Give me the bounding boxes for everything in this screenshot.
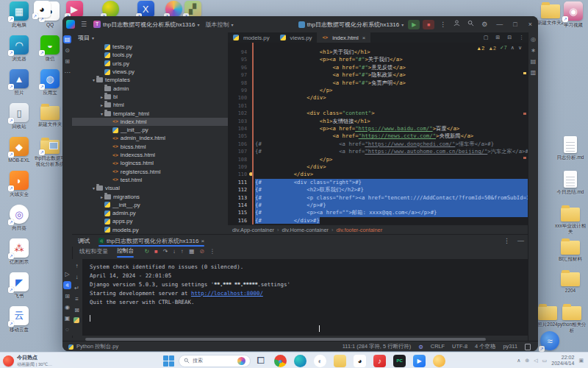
code-line-102[interactable]: 102 <div class="content"> (228, 110, 528, 117)
code-line-112[interactable]: 112{# <h2>联系我们</h2>#} (228, 186, 528, 194)
more-actions-button[interactable]: ⋮ (436, 16, 450, 32)
project-widget[interactable]: T thp日志数据可视化分析系统hx1316 ▾ (90, 21, 202, 29)
run-tool-icon[interactable]: ▷ (63, 270, 71, 278)
code-line-105[interactable]: 105 <a href="https://news.cctv.com/">央视新… (228, 132, 528, 140)
notifications-bell-icon[interactable]: ◎ (529, 35, 537, 43)
desktop-icon-亿图图示[interactable]: ⁂↗亿图图示 (3, 238, 35, 265)
step-over-icon[interactable]: ↷ (163, 248, 168, 255)
ai-assistant-icon[interactable]: ∗ (529, 46, 537, 54)
statusbar-item-CRLF[interactable]: CRLF (431, 343, 445, 350)
code-line-98[interactable]: 98 <a href="#">免责声明</a> (228, 79, 528, 87)
tree-item-html[interactable]: ▸html (72, 101, 228, 109)
taskbar-disk-icon[interactable] (429, 355, 449, 367)
desktop-icon-right-4[interactable]: xxx毕业设计相关 (554, 205, 587, 234)
tray-network-icon[interactable]: ⊕ (525, 358, 529, 364)
readonly-lock-icon[interactable] (525, 344, 531, 350)
problems-tool-icon[interactable]: ◉ (63, 303, 71, 311)
tree-item-indexcss.html[interactable]: <>indexcss.html (72, 151, 228, 159)
tab-console[interactable]: 控制台 (117, 247, 134, 256)
desktop-icon-thunder[interactable]: X↗ (136, 1, 155, 18)
main-menu-button[interactable]: ☰ (77, 16, 90, 32)
code-line-116[interactable]: 116{# </div>#} (228, 217, 528, 224)
taskbar-qq-icon[interactable]: ◕ (350, 355, 370, 367)
tab-models.py[interactable]: models.py (228, 32, 275, 43)
database-icon[interactable]: ▤ (529, 57, 537, 66)
code-line-115[interactable]: 115{# <p><a href="">邮箱: xxxx@qq.com</a><… (228, 209, 528, 216)
tree-item-test.html[interactable]: <>test.html (72, 176, 228, 184)
statusbar-left-label[interactable]: Python 控制台.py (76, 343, 118, 350)
collapsed-arrow-icon[interactable]: ▸ (99, 194, 104, 199)
clear-console-icon[interactable]: ⊠ (73, 306, 81, 314)
desktop-icon-right-6[interactable]: 2204 (554, 269, 587, 294)
taskbar-copilot-icon[interactable]: ◐ (310, 355, 330, 367)
desktop-icon-应用宝[interactable]: ◍↗应用宝 (34, 69, 66, 96)
desktop-icon-微信[interactable]: ◒↗微信 (34, 35, 66, 62)
tree-item-migrations[interactable]: ▸migrations (72, 192, 228, 200)
desktop-icon-video[interactable]: ▶↗ (65, 1, 84, 18)
tree-item-models.py[interactable]: models.py (72, 226, 228, 234)
code-line-109[interactable]: 109 </div> (228, 163, 528, 171)
system-tray[interactable]: ∧ ⊕ ◁ ▭ 22:02 2024/4/14 ▣ (517, 355, 584, 367)
tray-volume-icon[interactable]: ◁ (534, 358, 537, 364)
project-tool-header[interactable]: 项目 ▾ (72, 32, 228, 43)
view-breakpoints-icon[interactable]: ▦ (189, 248, 194, 255)
tree-item-tools.py[interactable]: tools.py (72, 51, 228, 59)
expanded-arrow-icon[interactable]: ▾ (91, 77, 96, 82)
desktop-icon-MOB-EXL[interactable]: ◆↗MOB-EXL (3, 137, 35, 163)
desktop-icon-移动云盘[interactable]: 云↗移动云盘 (3, 306, 35, 333)
inspections-widget[interactable]: ▲2 ▲2 ✓7 ∧ ∨ (476, 45, 522, 51)
desktop-icon-此电脑[interactable]: ▦↗此电脑 (3, 1, 35, 28)
code-line-106[interactable]: 106{# <a href="https://www.dongchedi.com… (228, 141, 528, 148)
stop-icon[interactable]: ■ (154, 248, 158, 255)
python-console-tool-icon[interactable]: dj (63, 281, 71, 289)
tree-item-admin.py[interactable]: admin.py (72, 209, 228, 217)
tree-item-registercss.html[interactable]: <>registercss.html (72, 168, 228, 176)
news-widget[interactable]: 今日热点 动画新闻 | 30℃… (3, 354, 91, 368)
debug-console[interactable]: System check identified no issues (0 sil… (82, 259, 528, 336)
tree-item-urls.py[interactable]: urls.py (72, 60, 228, 68)
desktop-icon-right-2[interactable]: 日志分析.md (554, 136, 587, 160)
code-line-110[interactable]: 110 </div> (228, 171, 528, 178)
mute-breakpoints-icon[interactable]: ⊘ (199, 248, 204, 255)
desktop-icon-浏览器[interactable]: ◠↗浏览器 (3, 35, 35, 62)
step-out-icon[interactable]: ↑ (181, 248, 184, 255)
desktop-icon-照片[interactable]: ▲↗照片 (3, 69, 35, 96)
taskbar-pycharm-icon[interactable]: PC (390, 355, 409, 367)
code-line-99[interactable]: 99 </p> (228, 87, 528, 94)
tree-item-template_html[interactable]: ▾template_html (72, 109, 228, 117)
caret-position[interactable]: 111:1 (284 字符, 5 行断行符) (343, 343, 411, 350)
search-everywhere-button[interactable] (464, 16, 478, 32)
tree-item-admin[interactable]: admin (72, 85, 228, 93)
statusbar-item-UTF-8[interactable]: UTF-8 (452, 343, 467, 350)
tab-threads[interactable]: 线程和变量 (79, 247, 108, 255)
console-link[interactable]: http://localhost:8000/ (191, 290, 263, 297)
run-button[interactable]: ▶ (408, 20, 420, 29)
rerun-icon[interactable]: ↻ (144, 248, 149, 255)
tree-item-__init__.py[interactable]: __init__.py (72, 126, 228, 134)
taskbar-music-icon[interactable]: ♪ (370, 355, 390, 367)
prev-problem-icon[interactable]: ∧ (511, 45, 514, 51)
tree-item-logincss.html[interactable]: <>logincss.html (72, 159, 228, 167)
code-with-me-button[interactable] (450, 16, 464, 32)
scroll-up-icon[interactable]: ↑ (73, 262, 81, 270)
run-configuration-widget[interactable]: thp日志数据可视化分析系统hx1316 ▾ (295, 21, 406, 29)
services-tool-icon[interactable]: ⊞ (63, 292, 71, 300)
tree-item-templates[interactable]: ▾templates (72, 76, 228, 84)
desktop-icon-火绒安全[interactable]: ◗↗火绒安全 (3, 171, 35, 197)
tab-views.py[interactable]: views.py (275, 32, 318, 43)
desktop-icon-飞书[interactable]: ◤↗飞书 (3, 272, 35, 299)
expanded-arrow-icon[interactable]: ▾ (91, 185, 96, 191)
statusbar-item-4 个空格[interactable]: 4 个空格 (475, 343, 495, 350)
tree-item-visual[interactable]: ▾visual (72, 184, 228, 192)
scroll-to-end-icon[interactable]: ≡ (73, 295, 81, 303)
tree-item-apps.py[interactable]: apps.py (72, 217, 228, 225)
tray-battery-icon[interactable]: ▭ (542, 358, 548, 364)
desktop-icon-回收站[interactable]: ▯↗回收站 (3, 103, 35, 130)
taskbar-edge-icon[interactable] (290, 355, 310, 367)
tree-item-__init__.py[interactable]: __init__.py (72, 201, 228, 209)
step-into-icon[interactable]: ↓ (173, 248, 176, 255)
code-line-103[interactable]: 103 <h1>友情链接</h1> (228, 118, 528, 125)
taskbar-chrome-icon[interactable]: ● (270, 355, 290, 367)
desktop-icon-qq[interactable]: ◕↗ (32, 1, 51, 18)
stop-button[interactable]: ■ (423, 20, 434, 29)
